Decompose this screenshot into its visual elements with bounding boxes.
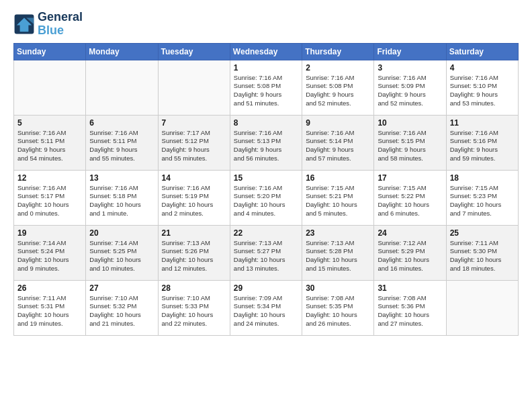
day-info: Sunrise: 7:16 AM Sunset: 5:10 PM Dayligh… [450,74,515,108]
day-number: 8 [234,118,298,128]
calendar-week-2: 5Sunrise: 7:16 AM Sunset: 5:11 PM Daylig… [14,115,519,170]
calendar-header-tuesday: Tuesday [158,43,230,60]
calendar-week-3: 12Sunrise: 7:16 AM Sunset: 5:17 PM Dayli… [14,170,519,225]
day-info: Sunrise: 7:08 AM Sunset: 5:35 PM Dayligh… [306,294,370,328]
day-number: 13 [89,173,154,183]
day-info: Sunrise: 7:16 AM Sunset: 5:15 PM Dayligh… [378,129,442,163]
day-number: 30 [306,283,370,293]
day-info: Sunrise: 7:16 AM Sunset: 5:11 PM Dayligh… [17,129,82,163]
day-number: 7 [162,118,226,128]
calendar-cell: 31Sunrise: 7:08 AM Sunset: 5:36 PM Dayli… [374,280,446,335]
day-number: 19 [17,228,82,238]
day-info: Sunrise: 7:08 AM Sunset: 5:36 PM Dayligh… [378,294,442,328]
day-info: Sunrise: 7:10 AM Sunset: 5:32 PM Dayligh… [89,294,154,328]
calendar-header-sunday: Sunday [14,43,86,60]
day-info: Sunrise: 7:09 AM Sunset: 5:34 PM Dayligh… [234,294,298,328]
day-number: 25 [450,228,515,238]
day-info: Sunrise: 7:16 AM Sunset: 5:09 PM Dayligh… [378,74,442,108]
day-info: Sunrise: 7:16 AM Sunset: 5:18 PM Dayligh… [89,184,154,218]
day-number: 21 [162,228,226,238]
day-info: Sunrise: 7:16 AM Sunset: 5:11 PM Dayligh… [89,129,154,163]
logo-icon [13,13,35,35]
logo: General Blue [13,11,83,38]
day-number: 23 [306,228,370,238]
day-info: Sunrise: 7:13 AM Sunset: 5:26 PM Dayligh… [162,239,226,273]
calendar-cell: 27Sunrise: 7:10 AM Sunset: 5:32 PM Dayli… [86,280,158,335]
calendar-cell: 29Sunrise: 7:09 AM Sunset: 5:34 PM Dayli… [230,280,302,335]
day-number: 1 [234,63,298,73]
day-info: Sunrise: 7:16 AM Sunset: 5:14 PM Dayligh… [306,129,370,163]
calendar-header-saturday: Saturday [446,43,518,60]
calendar-cell: 28Sunrise: 7:10 AM Sunset: 5:33 PM Dayli… [158,280,230,335]
calendar-cell: 11Sunrise: 7:16 AM Sunset: 5:16 PM Dayli… [446,115,518,170]
calendar-cell: 13Sunrise: 7:16 AM Sunset: 5:18 PM Dayli… [86,170,158,225]
day-info: Sunrise: 7:13 AM Sunset: 5:28 PM Dayligh… [306,239,370,273]
day-number: 16 [306,173,370,183]
day-info: Sunrise: 7:11 AM Sunset: 5:31 PM Dayligh… [17,294,82,328]
day-number: 5 [17,118,82,128]
day-number: 11 [450,118,515,128]
calendar-cell: 23Sunrise: 7:13 AM Sunset: 5:28 PM Dayli… [302,225,374,280]
calendar-header-wednesday: Wednesday [230,43,302,60]
calendar-cell [86,60,158,115]
calendar-cell: 2Sunrise: 7:16 AM Sunset: 5:08 PM Daylig… [302,60,374,115]
calendar-cell: 17Sunrise: 7:15 AM Sunset: 5:22 PM Dayli… [374,170,446,225]
day-number: 17 [378,173,442,183]
day-number: 18 [450,173,515,183]
calendar-cell: 8Sunrise: 7:16 AM Sunset: 5:13 PM Daylig… [230,115,302,170]
day-number: 14 [162,173,226,183]
day-info: Sunrise: 7:12 AM Sunset: 5:29 PM Dayligh… [378,239,442,273]
day-info: Sunrise: 7:15 AM Sunset: 5:21 PM Dayligh… [306,184,370,218]
day-number: 27 [89,283,154,293]
day-number: 24 [378,228,442,238]
calendar-cell: 25Sunrise: 7:11 AM Sunset: 5:30 PM Dayli… [446,225,518,280]
day-number: 9 [306,118,370,128]
day-info: Sunrise: 7:15 AM Sunset: 5:22 PM Dayligh… [378,184,442,218]
calendar-cell: 18Sunrise: 7:15 AM Sunset: 5:23 PM Dayli… [446,170,518,225]
day-number: 20 [89,228,154,238]
calendar-header-monday: Monday [86,43,158,60]
calendar-cell: 20Sunrise: 7:14 AM Sunset: 5:25 PM Dayli… [86,225,158,280]
day-number: 26 [17,283,82,293]
day-info: Sunrise: 7:16 AM Sunset: 5:17 PM Dayligh… [17,184,82,218]
calendar-cell: 9Sunrise: 7:16 AM Sunset: 5:14 PM Daylig… [302,115,374,170]
calendar-cell: 16Sunrise: 7:15 AM Sunset: 5:21 PM Dayli… [302,170,374,225]
day-info: Sunrise: 7:13 AM Sunset: 5:27 PM Dayligh… [234,239,298,273]
calendar-week-5: 26Sunrise: 7:11 AM Sunset: 5:31 PM Dayli… [14,280,519,335]
calendar-cell: 1Sunrise: 7:16 AM Sunset: 5:08 PM Daylig… [230,60,302,115]
header: General Blue [13,11,519,38]
day-number: 6 [89,118,154,128]
calendar-cell [158,60,230,115]
day-info: Sunrise: 7:16 AM Sunset: 5:08 PM Dayligh… [234,74,298,108]
calendar-cell [446,280,518,335]
day-info: Sunrise: 7:10 AM Sunset: 5:33 PM Dayligh… [162,294,226,328]
day-number: 2 [306,63,370,73]
day-info: Sunrise: 7:16 AM Sunset: 5:08 PM Dayligh… [306,74,370,108]
calendar-week-1: 1Sunrise: 7:16 AM Sunset: 5:08 PM Daylig… [14,60,519,115]
calendar-header-friday: Friday [374,43,446,60]
day-info: Sunrise: 7:17 AM Sunset: 5:12 PM Dayligh… [162,129,226,163]
day-info: Sunrise: 7:11 AM Sunset: 5:30 PM Dayligh… [450,239,515,273]
calendar-cell: 22Sunrise: 7:13 AM Sunset: 5:27 PM Dayli… [230,225,302,280]
calendar-table: SundayMondayTuesdayWednesdayThursdayFrid… [13,43,519,336]
day-number: 29 [234,283,298,293]
day-info: Sunrise: 7:16 AM Sunset: 5:19 PM Dayligh… [162,184,226,218]
calendar-cell: 14Sunrise: 7:16 AM Sunset: 5:19 PM Dayli… [158,170,230,225]
calendar-cell [14,60,86,115]
calendar-cell: 3Sunrise: 7:16 AM Sunset: 5:09 PM Daylig… [374,60,446,115]
day-number: 15 [234,173,298,183]
logo-text: General Blue [38,11,83,38]
calendar-week-4: 19Sunrise: 7:14 AM Sunset: 5:24 PM Dayli… [14,225,519,280]
calendar-cell: 19Sunrise: 7:14 AM Sunset: 5:24 PM Dayli… [14,225,86,280]
day-info: Sunrise: 7:16 AM Sunset: 5:20 PM Dayligh… [234,184,298,218]
calendar-cell: 4Sunrise: 7:16 AM Sunset: 5:10 PM Daylig… [446,60,518,115]
day-number: 10 [378,118,442,128]
day-info: Sunrise: 7:16 AM Sunset: 5:13 PM Dayligh… [234,129,298,163]
day-number: 3 [378,63,442,73]
calendar-cell: 5Sunrise: 7:16 AM Sunset: 5:11 PM Daylig… [14,115,86,170]
calendar-cell: 26Sunrise: 7:11 AM Sunset: 5:31 PM Dayli… [14,280,86,335]
day-number: 22 [234,228,298,238]
day-number: 28 [162,283,226,293]
calendar-header-thursday: Thursday [302,43,374,60]
page: General Blue SundayMondayTuesdayWednesda… [0,0,532,342]
